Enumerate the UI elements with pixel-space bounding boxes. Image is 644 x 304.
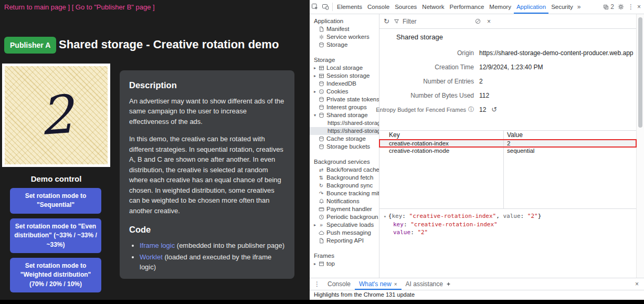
iframe-logic-link[interactable]: Iframe logic bbox=[140, 242, 175, 249]
sidebar-section-frames: Frames bbox=[310, 252, 379, 260]
sidebar-item-storage-buckets[interactable]: Storage buckets bbox=[310, 143, 379, 151]
tab-network[interactable]: Network bbox=[419, 1, 447, 14]
tab-security[interactable]: Security bbox=[548, 1, 576, 14]
fetch-arrows-icon: ⇅ bbox=[318, 174, 325, 182]
demo-control-buttons: Set rotation mode to "Sequential" Set ro… bbox=[10, 188, 101, 292]
sidebar-item-shared-storage-origin-2[interactable]: https://shared-storage… bbox=[310, 127, 379, 135]
sidebar-item-payment-handler[interactable]: Payment handler bbox=[310, 205, 379, 213]
sidebar-item-manifest[interactable]: Manifest bbox=[310, 25, 379, 33]
refresh-icon[interactable]: ↻ bbox=[384, 17, 389, 25]
sidebar-item-cookies[interactable]: ▸Cookies bbox=[310, 88, 379, 96]
sidebar-item-notifications[interactable]: Notifications bbox=[310, 197, 379, 205]
info-icon[interactable]: ⓘ bbox=[468, 106, 474, 113]
tab-performance[interactable]: Performance bbox=[447, 1, 487, 14]
preview-root-line[interactable]: ▾{key: "creative-rotation-index", value:… bbox=[384, 212, 635, 221]
tab-elements[interactable]: Elements bbox=[334, 1, 365, 14]
sidebar-item-bounce-tracking[interactable]: ↷Bounce tracking miti… bbox=[310, 190, 379, 197]
sidebar-item-local-storage[interactable]: ▸Local storage bbox=[310, 64, 379, 72]
chevron-right-icon[interactable]: ▸ bbox=[312, 72, 318, 80]
column-header-value[interactable]: Value bbox=[504, 131, 636, 139]
field-label: Number of Entries bbox=[379, 78, 479, 85]
sidebar-item-reporting-api[interactable]: Reporting API bbox=[310, 237, 379, 245]
field-label: Number of Bytes Used bbox=[379, 92, 479, 99]
sidebar-item-indexeddb[interactable]: IndexedDB bbox=[310, 80, 379, 88]
drawer-kebab-icon[interactable]: ⋮ bbox=[314, 280, 320, 288]
database-icon bbox=[318, 97, 325, 102]
tab-sources[interactable]: Sources bbox=[392, 1, 419, 14]
table-row-creative-rotation-mode[interactable]: creative-rotation-mode sequential bbox=[379, 147, 636, 154]
delete-selected-icon[interactable]: × bbox=[487, 18, 491, 25]
rotation-even-button[interactable]: Set rotation mode to "Even distribution"… bbox=[10, 218, 101, 253]
top-navigation-links[interactable]: Return to main page ] [ Go to "Publisher… bbox=[4, 3, 155, 11]
device-toolbar-icon[interactable] bbox=[320, 3, 331, 11]
database-icon bbox=[318, 136, 325, 142]
screenshot-root: Return to main page ] [ Go to "Publisher… bbox=[0, 0, 644, 304]
close-whats-new-icon[interactable]: × bbox=[394, 279, 397, 290]
sidebar-item-background-fetch[interactable]: ⇅Background fetch bbox=[310, 174, 379, 182]
tab-memory[interactable]: Memory bbox=[487, 1, 514, 14]
sidebar-item-shared-storage[interactable]: ▾Shared storage bbox=[310, 111, 379, 119]
close-devtools-icon[interactable]: × bbox=[637, 3, 641, 11]
field-label: Entropy Budget for Fenced Frames ⓘ bbox=[379, 106, 479, 113]
close-drawer-icon[interactable]: × bbox=[635, 280, 641, 288]
chevron-right-icon[interactable]: ▸ bbox=[312, 88, 318, 96]
bounce-arrow-icon: ↷ bbox=[318, 190, 325, 197]
sidebar-item-service-workers[interactable]: Service workers bbox=[310, 33, 379, 41]
whats-new-status-bar[interactable]: Highlights from the Chrome 131 update bbox=[310, 290, 644, 300]
worklet-link[interactable]: Worklet bbox=[140, 253, 163, 261]
vertical-scrollbar[interactable] bbox=[636, 14, 644, 278]
chevron-down-icon[interactable]: ▾ bbox=[384, 214, 386, 219]
clear-all-icon[interactable] bbox=[475, 18, 481, 24]
tab-application[interactable]: Application bbox=[514, 1, 548, 14]
sidebar-item-storage[interactable]: Storage bbox=[310, 41, 379, 49]
sidebar-item-periodic-background-sync[interactable]: Periodic backgroun… bbox=[310, 213, 379, 221]
sidebar-item-private-state-tokens[interactable]: Private state tokens bbox=[310, 96, 379, 103]
bottom-black-strip bbox=[0, 300, 644, 304]
table-empty-area bbox=[379, 154, 636, 208]
settings-gear-icon[interactable] bbox=[617, 3, 625, 11]
inspect-element-icon[interactable] bbox=[310, 3, 320, 11]
tab-console[interactable]: Console bbox=[365, 1, 392, 14]
sidebar-item-speculative-loads[interactable]: ▸»Speculative loads bbox=[310, 221, 379, 229]
kebab-menu-icon[interactable]: ⋮ bbox=[628, 3, 634, 11]
cell-value: sequential bbox=[504, 147, 636, 154]
double-chevron-icon: » bbox=[318, 221, 325, 229]
chevron-right-icon[interactable]: ▸ bbox=[312, 260, 318, 268]
field-label: Origin bbox=[379, 49, 479, 57]
sync-icon: ↻ bbox=[318, 182, 325, 190]
sidebar-item-shared-storage-origin-1[interactable]: https://shared-storage… bbox=[310, 119, 379, 127]
rotation-weighted-button[interactable]: Set rotation mode to "Weighted distribut… bbox=[10, 258, 101, 292]
panel-title: Shared storage bbox=[396, 33, 636, 43]
tabbar-right-controls: 2 ⋮ × bbox=[603, 3, 644, 11]
sidebar-item-session-storage[interactable]: ▸Session storage bbox=[310, 72, 379, 80]
filter-box bbox=[394, 17, 461, 26]
drawer-tab-console[interactable]: Console bbox=[323, 279, 355, 290]
sidebar-item-background-sync[interactable]: ↻Background sync bbox=[310, 182, 379, 190]
column-header-key[interactable]: Key bbox=[379, 131, 504, 139]
card-icon bbox=[318, 206, 325, 212]
sidebar-item-cache-storage[interactable]: Cache storage bbox=[310, 135, 379, 143]
database-icon bbox=[318, 144, 325, 150]
sidebar-item-push-messaging[interactable]: Push messaging bbox=[310, 229, 379, 237]
scrollbar-thumb[interactable] bbox=[638, 17, 642, 128]
sidebar-item-interest-groups[interactable]: Interest groups bbox=[310, 103, 379, 111]
rotation-sequential-button[interactable]: Set rotation mode to "Sequential" bbox=[10, 188, 101, 214]
drawer-tab-whats-new[interactable]: What's new × bbox=[355, 279, 402, 290]
filter-input[interactable] bbox=[402, 17, 461, 26]
reset-budget-icon[interactable]: ↺ bbox=[491, 106, 497, 113]
sidebar-item-frame-top[interactable]: ▸top bbox=[310, 260, 379, 268]
drawer-tab-ai-assistance[interactable]: AI assistance bbox=[402, 279, 456, 290]
list-item: Worklet (loaded and executed by the ifra… bbox=[140, 252, 285, 272]
table-row-creative-rotation-index[interactable]: creative-rotation-index 2 bbox=[379, 140, 636, 147]
issues-counter[interactable]: 2 bbox=[603, 3, 614, 11]
chevron-right-icon[interactable]: ▸ bbox=[312, 221, 318, 229]
cell-value: 2 bbox=[504, 140, 636, 147]
table-icon bbox=[318, 65, 325, 71]
chevron-down-icon[interactable]: ▾ bbox=[312, 111, 318, 119]
chevron-right-icon[interactable]: ▸ bbox=[312, 64, 318, 72]
database-icon bbox=[318, 104, 325, 110]
sidebar-item-back-forward-cache[interactable]: ⇄Back/forward cache bbox=[310, 166, 379, 174]
bell-icon bbox=[318, 198, 325, 204]
more-tabs-icon[interactable]: » bbox=[576, 3, 583, 11]
database-icon bbox=[318, 81, 325, 87]
